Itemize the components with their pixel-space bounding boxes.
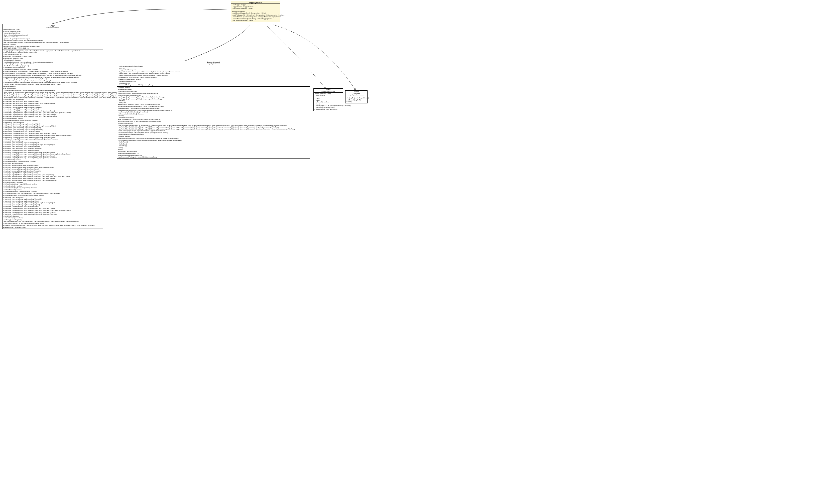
attribute: - level : ch.qos.logback.classic.Level [3, 34, 102, 36]
operation: + addListener(arg0 : ch.qos.logback.clas… [118, 130, 309, 132]
operation: + start() [118, 147, 309, 149]
attribute: - effectiveLevelInt : int [3, 36, 102, 38]
operation: + getLoggerList() : java.util.List<ch.qo… [118, 107, 309, 109]
operation: + debug(arg0 : org.slf4j.Marker, arg1 : … [3, 138, 102, 140]
operation: + trace(arg0 : org.slf4j.Marker, arg1 : … [3, 114, 102, 116]
class-package: ch.qos.logback.core.encoder [346, 94, 366, 96]
attribute: - aai : ch.qos.logback.core.spi.Appender… [3, 42, 102, 44]
operation: - localLevelReset() [3, 86, 102, 88]
operation: + warn(arg0 : java.lang.String, arg1 : j… [3, 200, 102, 202]
class-package: ch.qos.logback.core.filter [314, 91, 342, 92]
operation: + warn(arg0 : org.slf4j.Marker, arg1 : j… [3, 210, 102, 212]
operation: - resetListenersExceptResetResistant() [118, 134, 309, 136]
attributes-section: - serialVersionUID : long+ FQCN : java.l… [3, 28, 103, 50]
operation: - resetAllListeners() [118, 136, 309, 138]
operation: + getLoggerContextRemoteView() : ch.qos.… [118, 109, 309, 111]
attribute: - additive : boolean [3, 44, 102, 46]
operation: + isEnabledFor(arg0 : ch.qos.logback.cla… [3, 195, 102, 197]
operation: + trace(arg0 : java.lang.String, arg1 : … [3, 103, 102, 105]
attribute: - DEFAULT_CHILD_ARRAY_SIZE : int [3, 47, 102, 49]
class-logger[interactable]: Loggerch.qos.logback.classic- serialVers… [2, 24, 103, 229]
operation: + info(arg0 : org.slf4j.Marker, arg1 : j… [3, 174, 102, 176]
operation: + log(arg0 : org.slf4j.Marker, arg1 : ja… [3, 225, 102, 227]
operation: + getAppender(arg0 : java.lang.String) :… [3, 76, 102, 78]
operation: + getLoggerContext() : ch.qos.logback.cl… [3, 223, 102, 225]
operation: + stop() [118, 149, 309, 151]
operations-section: ~ Logger(arg0 : java.lang.String, arg1 :… [3, 50, 103, 229]
operation: + warn(arg0 : org.slf4j.Marker, arg1 : j… [3, 213, 102, 215]
operation: + debug(arg0 : org.slf4j.Marker, arg1 : … [3, 136, 102, 138]
operation: + getName() : java.lang.String [314, 107, 342, 109]
operation: + error(arg0 : java.lang.String) [3, 140, 102, 142]
attribute: - turboFilterList : ch.qos.logback.class… [118, 77, 309, 79]
operation: + getLevel() : ch.qos.logback.classic.Le… [3, 56, 102, 58]
operations-section: + Filter()+ start()+ isStarted() : boole… [314, 97, 343, 111]
operation: + stop() [314, 103, 342, 105]
operation: + warn(arg0 : java.lang.String) [3, 197, 102, 199]
attribute: - size : int [118, 67, 309, 69]
operation: + info(arg0 : org.slf4j.Marker, arg1 : j… [3, 180, 102, 182]
operation: + warn(arg0 : org.slf4j.Marker, arg1 : j… [3, 212, 102, 214]
operation: - filterAndLog_1(arg0 : java.lang.String… [3, 93, 102, 95]
operation: - handleParentLevelChange(arg0 : int) [3, 65, 102, 67]
operations-section: + init(arg0 : java.io.OutputStream)+ doE… [345, 97, 367, 103]
operation: + trace(arg0 : org.slf4j.Marker, arg1 : … [3, 112, 102, 114]
attribute: - loggerCache : java.util.Map<java.lang.… [118, 73, 309, 75]
operation: + toString() : java.lang.String [118, 151, 309, 153]
operation: ~ createChildByLastNamePart(arg0 : java.… [3, 84, 102, 86]
operation: + warn(arg0 : java.lang.String, arg1 : j… [3, 204, 102, 206]
operation: + getCopyOfListenerList() : java.util.Li… [118, 137, 309, 139]
class-loggingfacade[interactable]: LoggingFacade- rootLogger : Logger- logg… [231, 1, 280, 22]
operation: + setMaxCallerDataDepth(arg0 : int) [118, 154, 309, 156]
operation: - fireOnReset() [118, 141, 309, 143]
operation: + error(arg0 : java.lang.String, arg1 : … [3, 142, 102, 144]
operation: + setLevel(arg0 : ch.qos.logback.classic… [3, 63, 102, 65]
operation: + debug(arg0 : java.lang.String, arg1 : … [3, 125, 102, 127]
operation: - filterAndLog_2(arg0 : java.lang.String… [3, 95, 102, 97]
operation: + error(arg0 : org.slf4j.Marker, arg1 : … [3, 155, 102, 157]
operation: - createThresholdFilter(level : String) … [232, 18, 279, 20]
operation: + doEncode(arg0 : E) [346, 99, 366, 101]
operation: - fireOnStop() [118, 145, 309, 147]
operation: ~ createChildByName(arg0 : java.lang.Str… [3, 89, 102, 91]
operation: + addConsoleLogger(level : String, patte… [232, 12, 279, 14]
operation: + getEffectiveLevel() : ch.qos.logback.c… [3, 52, 102, 54]
operation: + start() [314, 99, 342, 101]
attribute: - maxCallerDataDepth : int [118, 80, 309, 82]
attribute: - loggerContext : ch.qos.logback.classic… [3, 46, 102, 48]
class-header: Filterch.qos.logback.core.filter [314, 89, 343, 93]
operation: + debug(arg0 : java.lang.String) [3, 121, 102, 123]
operation: + getMaxCallerDataDepth() : int [118, 152, 309, 154]
attribute: - name : java.lang.String [314, 93, 342, 95]
attribute: - loggerContext : LoggerContext [232, 6, 279, 8]
operation: - buildLoggingEventAndAppend(arg0 : java… [3, 97, 102, 99]
class-name: Filter [314, 89, 342, 91]
operation: + init(arg0 : java.io.OutputStream) [346, 97, 366, 99]
operation: + toString() : java.lang.String [3, 219, 102, 221]
class-filter[interactable]: Filterch.qos.logback.core.filter- name :… [313, 88, 343, 111]
operation: + addAppender(arg0 : ch.qos.logback.core… [3, 71, 102, 73]
operation: + isErrorEnabled(arg0 : org.slf4j.Marker… [3, 187, 102, 189]
operation: + isAdditive() : boolean [3, 215, 102, 217]
attribute: ~ resetCount : int [118, 82, 309, 84]
operation: + isPackagingDataEnabled() : boolean [118, 113, 309, 115]
class-name: Encoder [346, 92, 366, 94]
operation: + warn(arg0 : org.slf4j.Marker, arg1 : j… [3, 208, 102, 210]
operation: ~ noAppenderDefinedWarning(arg0 : ch.qos… [118, 106, 309, 108]
operation: + isDebugEnabled() : boolean [3, 118, 102, 120]
class-encoder[interactable]: «Interface»Encoderch.qos.logback.core.en… [345, 90, 367, 103]
attribute: - childrenList : java.util.List<ch.qos.l… [3, 40, 102, 42]
attribute: - parent : ch.qos.logback.classic.Logger [3, 38, 102, 40]
operation: + setAdditive(arg0 : boolean) [3, 217, 102, 219]
operation: + trace(arg0 : java.lang.String, arg1 : … [3, 104, 102, 106]
operation: + isInfoEnabled() : boolean [3, 159, 102, 161]
operation: + addTurboFilter(arg0 : ch.qos.logback.c… [118, 121, 309, 123]
operation: + error(arg0 : org.slf4j.Marker, arg1 : … [3, 151, 102, 153]
class-name: LoggerContext [118, 61, 309, 63]
operation: - fireOnStart() [118, 143, 309, 145]
attribute: + FQCN : java.lang.String [3, 31, 102, 33]
operation: + error(arg0 : java.lang.String, arg1 : … [3, 146, 102, 148]
class-loggercontext[interactable]: LoggerContextch.qos.logback.classic~ roo… [117, 61, 310, 159]
operation: + info(arg0 : java.lang.String, arg1 : j… [3, 168, 102, 170]
operation: + detachAndStopAllAppenders() [3, 67, 102, 69]
